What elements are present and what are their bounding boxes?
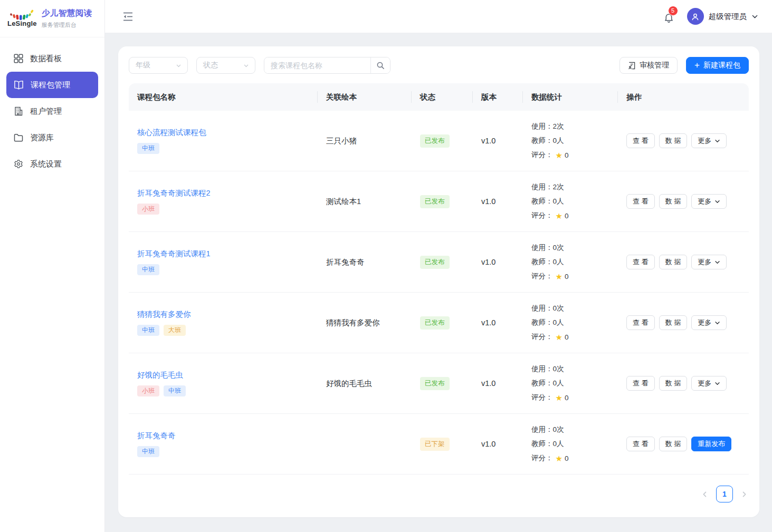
more-button[interactable]: 更多 — [691, 315, 727, 330]
user-menu[interactable]: 超级管理员 — [687, 8, 759, 25]
view-button[interactable]: 查 看 — [626, 315, 655, 330]
view-button[interactable]: 查 看 — [626, 437, 655, 451]
main-area: 5 超级管理员 — [105, 0, 772, 532]
app-title: 少儿智慧阅读 — [42, 8, 92, 19]
stat-value: 0次 — [553, 243, 564, 253]
data-button[interactable]: 数 据 — [659, 133, 688, 148]
package-name-link[interactable]: 折耳兔奇奇测试课程1 — [137, 249, 211, 259]
more-button[interactable]: 更多 — [691, 133, 727, 148]
version-cell: v1.0 — [473, 318, 523, 327]
grade-tags: 小班 — [137, 204, 159, 215]
package-name-link[interactable]: 核心流程测试课程包 — [137, 128, 206, 138]
sidebar-item-label: 数据看板 — [30, 54, 62, 64]
package-name-link[interactable]: 折耳兔奇奇测试课程2 — [137, 188, 211, 198]
status-cell: 已发布 — [412, 316, 473, 330]
chevron-right-icon — [741, 491, 748, 498]
stat-value: 0 — [565, 394, 569, 402]
sidebar-item-tenants[interactable]: 租户管理 — [0, 98, 104, 124]
grade-select[interactable]: 年级 — [129, 57, 188, 74]
view-button[interactable]: 查 看 — [626, 194, 655, 209]
table-row: 猜猜我有多爱你中班大班猜猜我有多爱你已发布v1.0使用：0次教师：0人评分：★0… — [129, 293, 749, 353]
status-badge: 已发布 — [420, 256, 450, 269]
sidebar-item-dashboard[interactable]: 数据看板 — [0, 45, 104, 72]
sidebar-item-label: 资源库 — [30, 133, 54, 143]
usage-stat: 使用：0次 — [531, 243, 609, 253]
sidebar-item-label: 租户管理 — [30, 107, 62, 117]
data-button[interactable]: 数 据 — [659, 437, 688, 451]
stat-label: 教师： — [531, 318, 553, 327]
more-button[interactable]: 更多 — [691, 376, 727, 391]
logo-bars-icon — [9, 9, 35, 20]
pagination: 1 — [129, 476, 749, 505]
usage-stat: 使用：0次 — [531, 425, 609, 434]
grade-tag: 中班 — [164, 385, 186, 397]
actions-cell: 查 看数 据更多 — [618, 133, 749, 148]
stat-label: 评分： — [531, 150, 553, 160]
logo-text: LeSingle — [7, 20, 37, 27]
dashboard-icon — [14, 54, 23, 63]
view-button[interactable]: 查 看 — [626, 255, 655, 269]
brand: LeSingle 少儿智慧阅读 服务管理后台 — [0, 0, 104, 37]
review-management-button[interactable]: 审核管理 — [619, 57, 678, 74]
stat-label: 使用： — [531, 425, 553, 434]
sidebar-item-settings[interactable]: 系统设置 — [0, 151, 104, 177]
more-button[interactable]: 更多 — [691, 255, 727, 269]
grade-tags: 中班 — [137, 264, 159, 276]
book-icon — [14, 80, 24, 90]
usage-stat: 使用：2次 — [531, 122, 609, 131]
search-input[interactable] — [264, 57, 370, 73]
data-button[interactable]: 数 据 — [659, 255, 688, 269]
version-cell: v1.0 — [473, 379, 523, 388]
search-button[interactable] — [370, 57, 390, 73]
usage-stat: 使用：0次 — [531, 364, 609, 374]
stat-label: 使用： — [531, 364, 553, 374]
status-select[interactable]: 状态 — [196, 57, 255, 74]
sidebar-item-course-packages[interactable]: 课程包管理 — [6, 72, 98, 98]
action-label: 数 据 — [665, 318, 681, 327]
search-icon — [376, 61, 385, 70]
stats-cell: 使用：0次教师：0人评分：★0 — [523, 243, 618, 281]
rating-stat: 评分：★0 — [531, 453, 609, 463]
package-name-link[interactable]: 猜猜我有多爱你 — [137, 309, 191, 320]
action-label: 查 看 — [633, 318, 649, 327]
data-button[interactable]: 数 据 — [659, 194, 688, 209]
teachers-stat: 教师：0人 — [531, 318, 609, 327]
stat-value: 0人 — [553, 257, 564, 267]
package-name-link[interactable]: 折耳兔奇奇 — [137, 431, 176, 441]
stat-label: 使用： — [531, 243, 553, 253]
data-button[interactable]: 数 据 — [659, 376, 688, 391]
sidebar-item-resources[interactable]: 资源库 — [0, 124, 104, 151]
actions-cell: 查 看数 据更多 — [618, 255, 749, 269]
grade-tag: 中班 — [137, 143, 159, 154]
menu-fold-icon[interactable] — [123, 12, 133, 21]
chevron-down-icon — [176, 63, 182, 69]
next-page-button[interactable] — [741, 491, 748, 498]
stat-label: 评分： — [531, 272, 553, 281]
star-icon: ★ — [556, 454, 563, 462]
star-icon: ★ — [556, 212, 563, 220]
book-cell: 好饿的毛毛虫 — [318, 379, 412, 389]
course-package-table: 课程包名称关联绘本状态版本数据统计操作 核心流程测试课程包中班三只小猪已发布v1… — [129, 83, 749, 475]
version-value: v1.0 — [481, 379, 495, 388]
more-button[interactable]: 更多 — [691, 194, 727, 209]
stat-label: 使用： — [531, 122, 553, 131]
course-package-card: 年级 状态 — [118, 46, 759, 517]
page-1-button[interactable]: 1 — [716, 486, 733, 502]
package-name-link[interactable]: 好饿的毛毛虫 — [137, 370, 183, 380]
notification-bell[interactable]: 5 — [663, 10, 674, 23]
column-header-5: 操作 — [618, 92, 749, 102]
stat-value: 0人 — [553, 379, 564, 388]
view-button[interactable]: 查 看 — [626, 376, 655, 391]
prev-page-button[interactable] — [701, 491, 708, 498]
teachers-stat: 教师：0人 — [531, 257, 609, 267]
actions-cell: 查 看数 据重新发布 — [618, 437, 749, 451]
view-button[interactable]: 查 看 — [626, 133, 655, 148]
rating-stat: 评分：★0 — [531, 211, 609, 220]
republish-button[interactable]: 重新发布 — [691, 437, 731, 451]
create-button-label: 新建课程包 — [703, 61, 740, 70]
create-package-button[interactable]: + 新建课程包 — [686, 57, 749, 74]
action-label: 查 看 — [633, 136, 649, 146]
data-button[interactable]: 数 据 — [659, 315, 688, 330]
version-cell: v1.0 — [473, 257, 523, 267]
status-select-placeholder: 状态 — [203, 61, 218, 70]
